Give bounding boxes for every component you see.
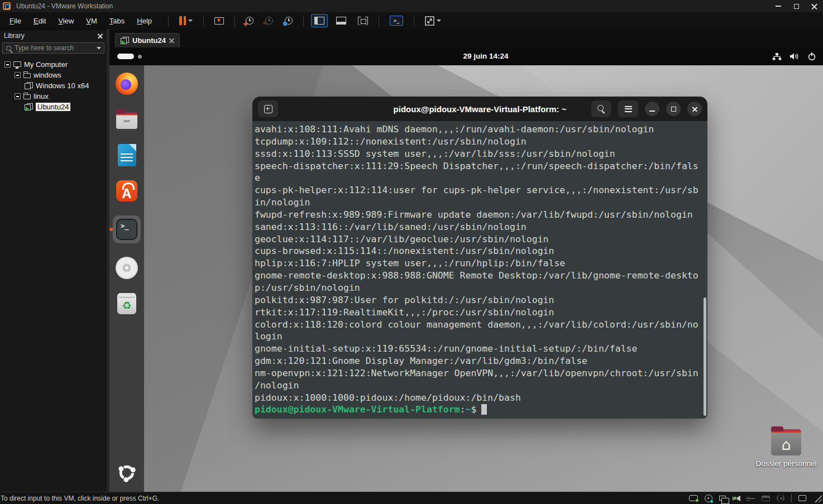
power-icon[interactable] xyxy=(807,52,816,61)
library-item-windows-10-x64[interactable]: Windows 10 x64 xyxy=(0,80,107,91)
new-tab-button[interactable] xyxy=(258,100,278,117)
show-apps-button[interactable] xyxy=(114,460,139,485)
dock-item-files[interactable] xyxy=(114,108,139,131)
app-center-icon: A xyxy=(116,180,137,201)
desktop-icon-home-folder[interactable]: ⌂ Dossier personnel xyxy=(753,429,820,468)
guest-screen: 29 juin 14:24 A>_♻ xyxy=(109,47,823,492)
library-item-ubuntu24[interactable]: Ubuntu24 xyxy=(0,102,107,112)
window-title: Ubuntu24 - VMware Workstation xyxy=(16,2,113,10)
dock-item-libreoffice-writer[interactable] xyxy=(114,144,139,166)
resize-grip[interactable] xyxy=(814,494,822,502)
menu-help[interactable]: Help xyxy=(131,17,158,25)
workspace-indicator-inactive[interactable] xyxy=(138,55,142,59)
network-icon[interactable] xyxy=(772,52,782,61)
send-ctrl-alt-del-button[interactable] xyxy=(211,15,227,27)
volume-icon[interactable] xyxy=(789,52,800,60)
device-serial-icon[interactable] xyxy=(777,495,784,502)
topbar-clock[interactable]: 29 juin 14:24 xyxy=(436,47,536,65)
library-item-linux[interactable]: linux xyxy=(0,91,107,102)
tab-ubuntu24[interactable]: Ubuntu24 xyxy=(115,33,180,47)
console-view-button[interactable]: >_ xyxy=(386,13,406,28)
panel-bottom-icon xyxy=(336,17,346,25)
terminal-line: nm-openvpn:x:121:122:NetworkManager Open… xyxy=(255,367,707,380)
tree-expander-icon[interactable] xyxy=(4,61,11,68)
window-maximize-button[interactable] xyxy=(787,0,805,12)
computer-icon xyxy=(13,61,21,67)
terminal-maximize-button[interactable] xyxy=(666,102,681,116)
dock-item-disc[interactable] xyxy=(114,257,139,279)
chevron-down-icon[interactable] xyxy=(188,20,193,22)
vmware-status-bar: To direct input to this VM, click inside… xyxy=(0,492,823,504)
device-sound-icon[interactable] xyxy=(735,496,740,501)
prompt-symbol: $ xyxy=(471,404,476,415)
stretch-guest-button[interactable] xyxy=(422,13,444,28)
terminal-minimize-button[interactable] xyxy=(645,102,659,116)
device-status-dot xyxy=(733,496,737,500)
search-dropdown-icon[interactable] xyxy=(97,47,101,50)
terminal-window: pidoux@pidoux-VMware-Virtual-Platform: ~… xyxy=(252,97,707,419)
prompt-colon: : xyxy=(460,404,466,415)
vm-tab-bar: Ubuntu24 xyxy=(109,29,823,47)
gnome-top-bar: 29 juin 14:24 xyxy=(109,47,823,65)
desktop-icon-label: Dossier personnel xyxy=(753,459,820,468)
toolbar-separator xyxy=(235,15,235,26)
terminal-titlebar[interactable]: pidoux@pidoux-VMware-Virtual-Platform: ~ xyxy=(252,97,707,121)
device-cd-rom-icon[interactable] xyxy=(705,495,712,502)
terminal-scrollbar-thumb[interactable] xyxy=(704,297,706,416)
home-folder-icon: ⌂ xyxy=(771,429,801,455)
terminal-title: pidoux@pidoux-VMware-Virtual-Platform: ~ xyxy=(394,104,567,114)
dock-item-app-center[interactable]: A xyxy=(114,180,139,202)
tab-close-icon[interactable] xyxy=(169,38,174,43)
search-icon xyxy=(6,46,11,51)
tree-expander-icon[interactable] xyxy=(15,72,21,78)
terminal-line: polkitd:x:987:987:User for polkitd:/:/us… xyxy=(255,294,707,306)
tree-expander-icon[interactable] xyxy=(15,93,21,99)
topbar-system-icons xyxy=(772,47,816,65)
dock-item-firefox[interactable] xyxy=(114,73,139,95)
device-hard-disk-icon[interactable] xyxy=(689,495,698,501)
device-usb-icon[interactable] xyxy=(747,498,755,499)
show-thumbnail-bar-button[interactable] xyxy=(333,14,350,27)
play-icon xyxy=(26,107,29,111)
library-item-my-computer[interactable]: My Computer xyxy=(0,59,107,70)
menu-edit[interactable]: Edit xyxy=(27,17,52,25)
terminal-line: in/nologin xyxy=(255,196,707,209)
library-item-windows[interactable]: windows xyxy=(0,70,107,80)
manage-snapshots-button[interactable] xyxy=(281,14,296,27)
terminal-output[interactable]: avahi:x:108:111:Avahi mDNS daemon,,,:/ru… xyxy=(252,121,707,419)
terminal-search-button[interactable] xyxy=(591,100,611,117)
snapshot-clock-icon xyxy=(246,17,253,25)
menu-vm[interactable]: VM xyxy=(80,17,103,25)
new-tab-icon xyxy=(264,105,272,113)
take-snapshot-button[interactable] xyxy=(242,14,257,27)
device-status-dot xyxy=(723,498,727,502)
terminal-close-button[interactable] xyxy=(687,102,702,116)
window-close-button[interactable] xyxy=(805,0,823,12)
revert-snapshot-button[interactable] xyxy=(262,14,276,27)
suspend-button[interactable] xyxy=(176,13,196,28)
dock-item-terminal[interactable]: >_ xyxy=(113,215,141,243)
workspace-indicator-active[interactable] xyxy=(117,54,134,59)
menu-tabs[interactable]: Tabs xyxy=(103,17,131,25)
terminal-menu-button[interactable] xyxy=(618,100,638,117)
libreoffice-writer-icon xyxy=(118,144,136,166)
snapshot-clock-icon xyxy=(265,17,273,25)
device-printer-icon[interactable] xyxy=(762,496,770,501)
menu-file[interactable]: File xyxy=(3,17,27,25)
library-close-button[interactable] xyxy=(98,33,103,39)
fit-guest-button[interactable] xyxy=(355,14,371,28)
device-network-adapter-icon[interactable] xyxy=(719,496,726,501)
chevron-down-icon[interactable] xyxy=(437,20,441,22)
terminal-line: gnome-remote-desktop:x:988:988:GNOME Rem… xyxy=(255,270,707,282)
window-minimize-button[interactable] xyxy=(769,0,787,12)
search-input[interactable] xyxy=(15,44,94,52)
app-center-glyph: A xyxy=(122,187,131,200)
menu-view[interactable]: View xyxy=(52,17,80,25)
minimize-icon xyxy=(776,6,781,7)
device-message-log-icon[interactable] xyxy=(798,495,806,501)
vmware-logo-icon xyxy=(3,2,11,10)
search-icon xyxy=(597,105,604,111)
dock-item-trash[interactable]: ♻ xyxy=(114,292,139,315)
tree-item-label: windows xyxy=(34,71,61,79)
show-library-button[interactable] xyxy=(311,14,328,27)
